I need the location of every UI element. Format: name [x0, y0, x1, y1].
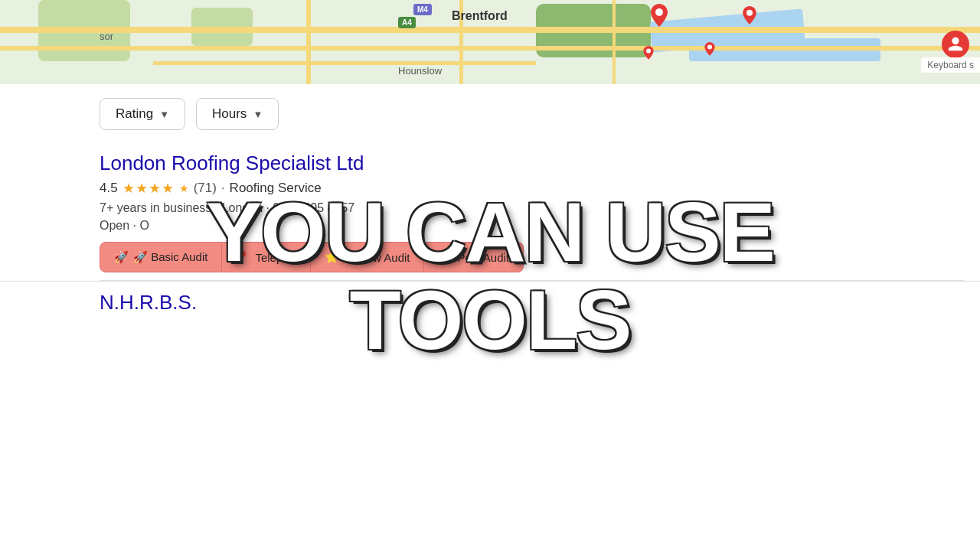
map-road-h2 — [0, 46, 980, 51]
svg-point-2 — [646, 49, 651, 54]
map-road-v3 — [612, 0, 616, 84]
pin-icon: 📍 — [236, 250, 250, 264]
post-audit-button[interactable]: 📋 Post Audit — [424, 242, 524, 272]
map-pin-3 — [643, 46, 654, 63]
map-background: M4 A4 Brentford Hounslow sor — [0, 0, 980, 84]
a4-badge: A4 — [398, 17, 416, 28]
svg-point-3 — [707, 45, 712, 50]
map-pin-2 — [743, 6, 756, 28]
tools-row: 🚀 🚀 Basic Audit 📍 Teleport ⭐ Review Audi… — [100, 242, 965, 272]
rating-number: 4.5 — [100, 181, 118, 196]
map-road-h3 — [153, 61, 536, 65]
rating-filter-button[interactable]: Rating ▼ — [100, 98, 185, 130]
open-label: Open · O — [100, 219, 149, 232]
business-name-1[interactable]: London Roofing Specialist Ltd — [100, 152, 965, 175]
svg-point-0 — [655, 8, 663, 16]
profile-icon[interactable] — [942, 31, 969, 58]
map-road-h1 — [0, 27, 980, 33]
review-audit-label: Review Audit — [344, 251, 410, 264]
separator-dot: · — [221, 181, 225, 196]
teleport-button[interactable]: 📍 Teleport — [222, 242, 310, 272]
hours-chevron-icon: ▼ — [253, 109, 263, 120]
city-label: Brentford — [452, 9, 508, 23]
review-audit-button[interactable]: ⭐ Review Audit — [311, 242, 425, 272]
star-rating: ★★★★ — [122, 180, 175, 197]
svg-point-1 — [746, 10, 753, 16]
half-star-icon: ★ — [179, 182, 189, 194]
star-icon: ⭐ — [325, 250, 339, 264]
teleport-label: Teleport — [255, 251, 296, 264]
basic-audit-label: 🚀 Basic Audit — [133, 250, 207, 264]
map-pin-4 — [704, 42, 715, 59]
hours-filter-button[interactable]: Hours ▼ — [196, 98, 279, 130]
filter-area: Rating ▼ Hours ▼ — [0, 84, 980, 141]
keyboard-shortcut: Keyboard s — [921, 57, 980, 73]
rating-label: Rating — [116, 106, 153, 122]
business-details: 7+ years in business · London · 020 7205… — [100, 201, 965, 215]
map-container: M4 A4 Brentford Hounslow sor — [0, 0, 980, 84]
basic-audit-button[interactable]: 🚀 🚀 Basic Audit — [100, 242, 222, 272]
clipboard-icon: 📋 — [438, 250, 452, 264]
rating-chevron-icon: ▼ — [159, 109, 169, 120]
hounslow-label: Hounslow — [398, 65, 442, 77]
business-name-2[interactable]: N.H.R.B.S. — [100, 291, 965, 315]
map-pin-1 — [651, 4, 668, 30]
post-audit-label: Post Audit — [457, 251, 509, 264]
business-category: Roofing Service — [230, 181, 322, 196]
rating-row: 4.5 ★★★★ ★ (71) · Roofing Service — [100, 180, 965, 197]
m4-badge: M4 — [413, 4, 432, 15]
listing-1: London Roofing Specialist Ltd 4.5 ★★★★ ★… — [0, 141, 980, 280]
map-road-v1 — [306, 0, 311, 84]
rocket-icon: 🚀 — [114, 250, 129, 264]
hours-label: Hours — [212, 106, 247, 122]
sor-label: sor — [100, 31, 113, 42]
listing-2: N.H.R.B.S. — [0, 281, 980, 327]
review-count: (71) — [194, 181, 217, 196]
open-status: Open · O — [100, 219, 965, 233]
